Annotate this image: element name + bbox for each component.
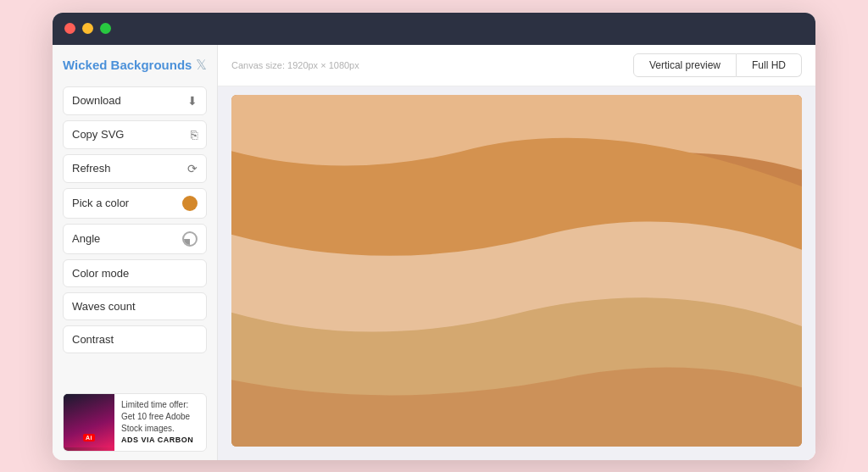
brand-name: Wicked Backgrounds — [63, 58, 192, 72]
ad-image-inner: Ai — [64, 394, 114, 451]
color-mode-label: Color mode — [72, 267, 129, 280]
canvas-area — [218, 86, 815, 460]
titlebar — [53, 13, 815, 45]
sidebar: Wicked Backgrounds 𝕏 Download ⬇ Copy SVG… — [53, 45, 218, 460]
copy-svg-button[interactable]: Copy SVG ⎘ — [63, 120, 207, 149]
refresh-label: Refresh — [72, 162, 111, 175]
download-icon: ⬇ — [187, 94, 198, 108]
ad-title: Limited time offer: — [121, 399, 199, 411]
pick-color-button[interactable]: Pick a color — [63, 188, 207, 219]
main-content: Canvas size: 1920px × 1080px Vertical pr… — [218, 45, 815, 460]
angle-label: Angle — [72, 232, 100, 245]
refresh-icon: ⟳ — [187, 162, 198, 175]
download-button[interactable]: Download ⬇ — [63, 86, 207, 115]
top-bar: Canvas size: 1920px × 1080px Vertical pr… — [218, 45, 815, 86]
app-window: Wicked Backgrounds 𝕏 Download ⬇ Copy SVG… — [53, 13, 815, 460]
waves-count-label: Waves count — [72, 300, 136, 313]
contrast-button[interactable]: Contrast — [63, 325, 207, 353]
canvas-preview — [231, 95, 802, 447]
twitter-icon[interactable]: 𝕏 — [196, 57, 207, 73]
download-label: Download — [72, 94, 121, 107]
app-body: Wicked Backgrounds 𝕏 Download ⬇ Copy SVG… — [53, 45, 815, 460]
wave-svg — [231, 95, 802, 447]
preview-buttons: Vertical preview Full HD — [633, 53, 802, 77]
ad-body: Get 10 free Adobe Stock images. — [121, 411, 199, 435]
pick-color-label: Pick a color — [72, 197, 129, 209]
adobe-badge: Ai — [83, 434, 95, 441]
color-mode-button[interactable]: Color mode — [63, 259, 207, 287]
close-button[interactable] — [64, 23, 75, 34]
minimize-button[interactable] — [82, 23, 93, 34]
angle-dial-icon — [182, 231, 198, 247]
waves-count-button[interactable]: Waves count — [63, 292, 207, 320]
copy-icon: ⎘ — [191, 128, 198, 142]
sidebar-header: Wicked Backgrounds 𝕏 — [63, 57, 207, 73]
ad-section[interactable]: Ai Limited time offer: Get 10 free Adobe… — [63, 393, 207, 452]
maximize-button[interactable] — [100, 23, 111, 34]
ad-cta[interactable]: ADS VIA CARBON — [121, 435, 199, 446]
wave-background — [231, 95, 802, 447]
ad-text: Limited time offer: Get 10 free Adobe St… — [114, 394, 206, 451]
angle-button[interactable]: Angle — [63, 224, 207, 254]
canvas-size-label: Canvas size: 1920px × 1080px — [231, 60, 359, 70]
refresh-button[interactable]: Refresh ⟳ — [63, 154, 207, 183]
copy-svg-label: Copy SVG — [72, 128, 124, 141]
ad-image: Ai — [64, 394, 114, 451]
vertical-preview-button[interactable]: Vertical preview — [633, 53, 737, 77]
contrast-label: Contrast — [72, 333, 114, 346]
color-dot-icon — [182, 196, 198, 211]
full-hd-button[interactable]: Full HD — [737, 53, 802, 77]
